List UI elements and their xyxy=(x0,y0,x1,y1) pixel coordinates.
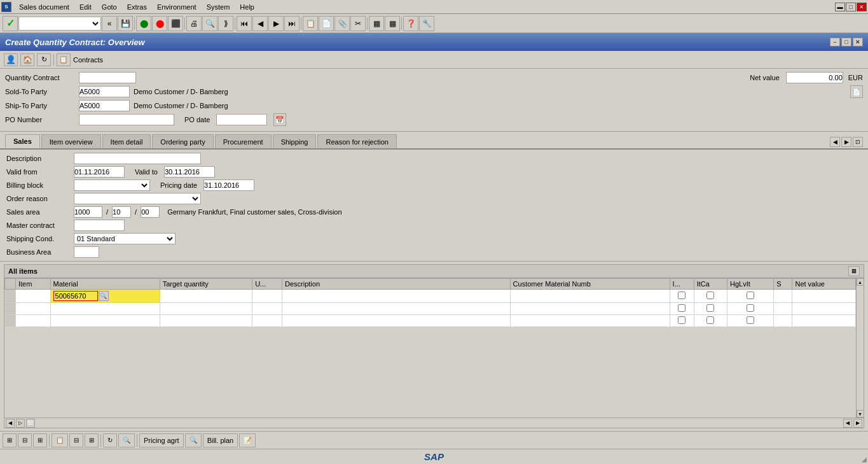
col-header-hglvit[interactable]: HgLvIt xyxy=(727,279,774,290)
business-area-input[interactable] xyxy=(74,246,99,258)
checkbox-itca-2[interactable] xyxy=(706,304,714,312)
pricing-date-input[interactable] xyxy=(203,179,254,191)
pick-icon[interactable]: 📋 xyxy=(303,16,318,31)
window-close-btn[interactable]: ✕ xyxy=(853,38,863,46)
net-value-input[interactable] xyxy=(786,72,843,83)
tab-shipping[interactable]: Shipping xyxy=(273,134,317,148)
tab-expand[interactable]: ⊡ xyxy=(853,137,863,147)
quantity-contract-input[interactable] xyxy=(79,72,136,83)
table-hscroll-left[interactable]: ◀ xyxy=(843,419,852,428)
master-contract-input[interactable] xyxy=(74,220,125,231)
tab-ordering-party[interactable]: Ordering party xyxy=(152,134,213,148)
tab-sales[interactable]: Sales xyxy=(5,134,40,148)
checkbox-itca-1[interactable] xyxy=(706,292,714,299)
window-minimize-btn[interactable]: − xyxy=(830,38,840,46)
first-icon[interactable]: ⏮ xyxy=(237,16,252,31)
sales-area-input3[interactable] xyxy=(141,206,160,218)
material-input[interactable] xyxy=(53,291,98,301)
bottom-btn-3[interactable]: ⊞ xyxy=(33,433,47,447)
checkbox-hglvit-2[interactable] xyxy=(747,304,754,312)
green-check-icon[interactable]: ✓ xyxy=(3,16,18,31)
menu-item-goto[interactable]: Goto xyxy=(97,2,122,12)
next-icon[interactable]: ▶ xyxy=(268,16,284,31)
resize-handle[interactable]: ◢ xyxy=(862,456,867,463)
copy-icon[interactable]: 📎 xyxy=(334,16,350,31)
description-input[interactable] xyxy=(74,153,201,164)
material-search-icon[interactable]: 🔍 xyxy=(99,291,109,301)
table-scroll-next[interactable]: ⬜ xyxy=(26,419,35,428)
stop-icon[interactable]: ⬛ xyxy=(168,16,183,31)
home-icon[interactable]: 🏠 xyxy=(20,53,34,66)
paste-icon[interactable]: 📄 xyxy=(319,16,334,31)
help-icon[interactable]: ❓ xyxy=(403,16,418,31)
valid-from-input[interactable] xyxy=(74,166,125,178)
table-scroll-prev[interactable]: ▷ xyxy=(16,419,25,428)
tab-scroll-right[interactable]: ▶ xyxy=(841,137,851,147)
shipping-cond-select[interactable]: 01 Standard xyxy=(74,233,176,244)
col-header-s[interactable]: S xyxy=(774,279,792,290)
minimize-button[interactable]: ▬ xyxy=(835,3,845,11)
valid-to-input[interactable] xyxy=(164,166,215,178)
scroll-up-btn[interactable]: ▲ xyxy=(857,278,864,286)
bottom-btn-4[interactable]: 📋 xyxy=(52,433,68,447)
nav-back-icon[interactable]: « xyxy=(102,16,117,31)
checkbox-itca-3[interactable] xyxy=(706,316,714,324)
col-header-cust-mat[interactable]: Customer Material Numb xyxy=(510,279,670,290)
tab-item-overview[interactable]: Item overview xyxy=(41,134,101,148)
menu-item-edit[interactable]: Edit xyxy=(74,2,97,12)
layout-icon2[interactable]: ▦ xyxy=(385,16,400,31)
checkbox-i-2[interactable] xyxy=(678,304,685,312)
col-header-item[interactable]: Item xyxy=(16,279,51,290)
bottom-btn-5[interactable]: ⊟ xyxy=(69,433,83,447)
po-calendar-icon[interactable]: 📅 xyxy=(273,113,286,126)
bill-plan-button[interactable]: Bill. plan xyxy=(203,433,238,447)
find-icon[interactable]: 🔍 xyxy=(202,16,217,31)
cut-icon[interactable]: ✂ xyxy=(350,16,366,31)
row-selector[interactable] xyxy=(6,292,14,300)
pricing-agrt-button[interactable]: Pricing agrt xyxy=(139,433,184,447)
menu-item-sales[interactable]: Sales document xyxy=(14,2,74,12)
scroll-down-btn[interactable]: ▼ xyxy=(857,410,864,418)
checkbox-i-3[interactable] xyxy=(678,316,685,324)
po-date-input[interactable] xyxy=(216,114,267,125)
last-icon[interactable]: ⏭ xyxy=(284,16,300,31)
sales-area-input2[interactable] xyxy=(112,206,131,218)
person-icon[interactable]: 👤 xyxy=(4,53,18,66)
col-header-description[interactable]: Description xyxy=(282,279,510,290)
table-row[interactable]: 🔍 xyxy=(5,290,856,303)
menu-item-system[interactable]: System xyxy=(202,2,235,12)
checkbox-hglvit-3[interactable] xyxy=(747,316,754,324)
col-header-unit[interactable]: U... xyxy=(252,279,282,290)
window-maximize-btn[interactable]: □ xyxy=(841,38,851,46)
col-header-target-qty[interactable]: Target quantity xyxy=(160,279,252,290)
execute-icon[interactable]: ⬤ xyxy=(136,16,151,31)
menu-item-help[interactable]: Help xyxy=(235,2,259,12)
bottom-btn-edit[interactable]: 📝 xyxy=(239,433,256,447)
col-header-net-value[interactable]: Net value xyxy=(792,279,856,290)
bottom-btn-search[interactable]: 🔍 xyxy=(118,433,135,447)
col-header-i[interactable]: I... xyxy=(670,279,694,290)
col-header-material[interactable]: Material xyxy=(50,279,160,290)
bottom-btn-7[interactable]: ↻ xyxy=(103,433,117,447)
column-config-icon[interactable]: ⊞ xyxy=(848,266,860,276)
sold-to-party-input[interactable] xyxy=(79,86,130,97)
ship-to-party-input[interactable] xyxy=(79,100,130,111)
order-reason-select[interactable] xyxy=(74,193,201,204)
bottom-btn-1[interactable]: ⊞ xyxy=(3,433,17,447)
menu-item-extras[interactable]: Extras xyxy=(122,2,152,12)
tab-scroll-left[interactable]: ◀ xyxy=(830,137,840,147)
workflow-icon[interactable]: ↻ xyxy=(37,53,51,66)
checkbox-i-1[interactable] xyxy=(678,292,685,299)
print-icon[interactable]: 🖨 xyxy=(186,16,202,31)
bottom-btn-2[interactable]: ⊟ xyxy=(18,433,32,447)
find-next-icon[interactable]: ⟫ xyxy=(218,16,233,31)
command-input[interactable] xyxy=(18,17,101,31)
prev-icon[interactable]: ◀ xyxy=(252,16,268,31)
tab-item-detail[interactable]: Item detail xyxy=(102,134,151,148)
tab-procurement[interactable]: Procurement xyxy=(215,134,272,148)
contracts-icon[interactable]: 📋 xyxy=(57,53,71,66)
cancel-icon[interactable]: ⬤ xyxy=(152,16,167,31)
vertical-scrollbar[interactable]: ▲ ▼ xyxy=(856,278,864,418)
sold-to-party-detail-icon[interactable]: 📄 xyxy=(850,85,863,98)
close-button[interactable]: ✕ xyxy=(857,3,867,11)
